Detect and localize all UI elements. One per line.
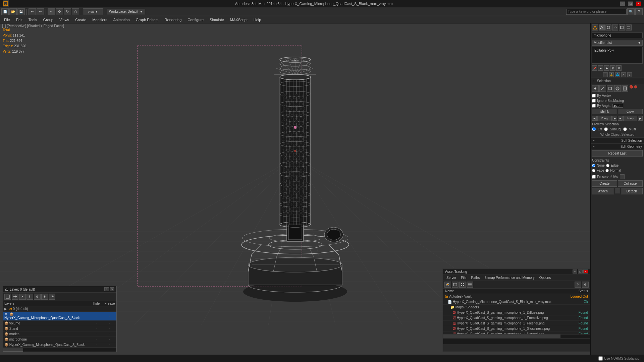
layers-scrollbar[interactable] (3, 348, 116, 352)
asset-row-maps-folder[interactable]: 📁 Maps / Shaders (443, 305, 590, 310)
asset-row-glossiness[interactable]: 🖼 HyperX_QuadCast_S_gaming_microphone_1_… (443, 326, 590, 331)
menu-maxscript[interactable]: MAXScript (227, 17, 250, 22)
layers-freeze-icon[interactable]: ❄ (41, 294, 48, 300)
menu-file[interactable]: File (1, 17, 13, 22)
workspace-selector[interactable]: Workspace: Default ▼ (107, 9, 145, 14)
modifier-list-dropdown[interactable]: Modifier List ▼ (592, 40, 643, 46)
remove-modifier-icon[interactable]: 🗑 (610, 65, 615, 71)
help-modifier-icon[interactable]: ? (627, 72, 632, 77)
by-angle-checkbox[interactable] (592, 104, 596, 108)
close-button[interactable]: ✕ (636, 1, 641, 6)
soft-selection-header[interactable]: − Soft Selection (591, 137, 644, 143)
hierarchy-icon[interactable] (605, 24, 611, 31)
asset-menu-bitmap[interactable]: Bitmap Performance and Memory (482, 276, 537, 280)
constraint-none-radio[interactable] (592, 164, 595, 167)
select-button[interactable]: ↖ (48, 8, 55, 15)
layers-new-icon[interactable] (12, 294, 18, 300)
grow-button[interactable]: Grow (618, 109, 643, 114)
make-unique-icon[interactable]: ◆ (604, 65, 609, 71)
menu-group[interactable]: Group (40, 17, 56, 22)
asset-scroll-thumb-h[interactable] (443, 335, 560, 338)
ignore-backfacing-checkbox[interactable] (592, 99, 596, 103)
layer-row-volume[interactable]: 📦 volume · · (3, 321, 116, 326)
menu-rendering[interactable]: Rendering (162, 17, 184, 22)
display-icon[interactable] (619, 24, 625, 31)
layer-row-stand[interactable]: 📦 Stand · · (3, 326, 116, 331)
menu-tools[interactable]: Tools (26, 17, 40, 22)
element-mode-icon[interactable] (622, 85, 628, 92)
selection-collapse-icon[interactable]: − (593, 79, 595, 83)
layers-view-icon[interactable]: 👁 (49, 294, 55, 300)
collapse-button[interactable]: Collapse (618, 180, 643, 187)
asset-icon-2[interactable] (452, 282, 459, 288)
preview-multi-radio[interactable] (623, 127, 627, 131)
constraint-face-radio[interactable] (592, 169, 595, 172)
asset-minimize-icon[interactable]: − (573, 269, 577, 274)
menu-configure[interactable]: Configure (185, 17, 206, 22)
maximize-button[interactable]: □ (628, 1, 633, 6)
help-button[interactable]: ? (635, 8, 643, 15)
vertex-mode-icon[interactable] (592, 85, 599, 92)
ring-next-icon[interactable]: ▶ (612, 116, 617, 121)
polygon-mode-icon[interactable] (614, 85, 621, 92)
loop-next-icon[interactable]: ▶ (638, 116, 643, 121)
edge-mode-icon[interactable] (599, 85, 606, 92)
layers-scroll-thumb[interactable] (3, 348, 23, 352)
object-name-field[interactable] (592, 33, 643, 38)
asset-row-fresnel[interactable]: 🖼 HyperX_QuadCast_S_gaming_microphone_1_… (443, 321, 590, 326)
configure-icon[interactable]: ⚙ (616, 65, 622, 71)
layers-settings-icon[interactable]: ⚙ (34, 294, 41, 300)
open-button[interactable]: 📂 (9, 8, 17, 15)
asset-row-vault[interactable]: 🏛 Autodesk Vault Logged Out (443, 294, 590, 299)
preserve-uvs-checkbox[interactable] (592, 175, 596, 179)
asset-row-normal[interactable]: 🖼 HyperX_QuadCast_S_gaming_microphone_1_… (443, 331, 590, 334)
layers-delete-icon[interactable]: ✕ (19, 294, 26, 300)
menu-graph-editors[interactable]: Graph Editors (133, 17, 161, 22)
scale-button[interactable]: ⬡ (72, 8, 79, 15)
nurms-checkbox[interactable] (598, 356, 603, 361)
layer-row-hyperx-child[interactable]: 📦 HyperX_Gaming_Microphone_QuadCast_S_Bl… (3, 342, 116, 348)
asset-maximize-icon[interactable]: □ (578, 269, 583, 274)
minimize-button[interactable]: − (620, 1, 625, 6)
menu-animation[interactable]: Animation (111, 17, 132, 22)
loop-prev-icon[interactable]: ◀ (618, 116, 623, 121)
constraint-normal-radio[interactable] (605, 169, 609, 172)
shrink-button[interactable]: Shrink (592, 109, 617, 114)
reference-coord[interactable]: View ▼ (83, 8, 103, 15)
collapse-all-icon[interactable]: − (603, 72, 608, 77)
undo-button[interactable]: ↩ (29, 8, 36, 15)
editable-poly-stack-item[interactable]: Editable Poly (593, 48, 642, 53)
world-icon[interactable]: 🌐 (615, 72, 620, 77)
layers-close-icon[interactable]: ✕ (110, 287, 114, 291)
preserve-uvs-icon[interactable] (620, 174, 625, 179)
rotate-button[interactable]: ↻ (64, 8, 71, 15)
asset-refresh-icon[interactable]: ↻ (575, 282, 581, 288)
preview-subobj-radio[interactable] (604, 127, 608, 131)
asset-row-main-file[interactable]: 📄 HyperX_Gaming_Microphone_QuadCast_S_Bl… (443, 299, 590, 305)
asset-icon-1[interactable] (444, 282, 451, 288)
ring-prev-icon[interactable]: ◀ (592, 116, 597, 121)
asset-menu-options[interactable]: Options (537, 276, 553, 280)
ring-button[interactable]: Ring (597, 116, 612, 121)
asset-close-icon[interactable]: ✕ (583, 269, 588, 274)
motion-icon[interactable] (612, 24, 618, 31)
menu-edit[interactable]: Edit (13, 17, 25, 22)
pin-stack-icon[interactable]: 📌 (592, 65, 597, 71)
layers-help-icon[interactable]: ? (104, 287, 109, 291)
check-icon[interactable]: ✓ (621, 72, 626, 77)
save-button[interactable]: 💾 (17, 8, 25, 15)
modify-panel-icon[interactable] (599, 24, 605, 31)
layer-row-microphone[interactable]: 📦 microphone · · (3, 337, 116, 342)
repeat-last-button[interactable]: Repeat Last (592, 150, 643, 157)
layers-select-all-icon[interactable] (4, 294, 11, 300)
detach-button[interactable]: Detach (621, 188, 643, 194)
asset-icon-4[interactable] (467, 282, 473, 288)
menu-help[interactable]: Help (251, 17, 264, 22)
search-input[interactable] (566, 9, 627, 15)
create-button[interactable]: Create (592, 180, 617, 187)
asset-settings-icon[interactable]: ⚙ (582, 282, 589, 288)
utilities-icon[interactable] (626, 24, 632, 31)
asset-menu-server[interactable]: Server (444, 276, 458, 280)
border-mode-icon[interactable] (607, 85, 613, 92)
asset-icon-3[interactable] (459, 282, 466, 288)
